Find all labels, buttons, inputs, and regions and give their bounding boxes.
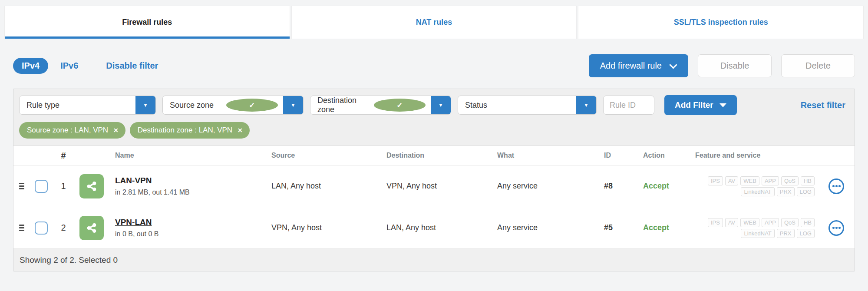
filter-chip-label: Destination zone : LAN, VPN (138, 126, 232, 135)
feature-badge: QoS (781, 218, 799, 227)
filter-chip-source-zone: Source zone : LAN, VPN ✕ (19, 122, 125, 139)
row-checkbox[interactable] (35, 180, 48, 193)
header-id: ID (600, 152, 634, 159)
feature-badge: WEB (740, 176, 759, 185)
tab-ssl-tls-inspection-rules[interactable]: SSL/TLS inspection rules (578, 6, 864, 39)
firewall-rules-table: # Name Source Destination What ID Action… (13, 146, 855, 271)
rule-destination: LAN, Any host (380, 223, 491, 232)
status-dropdown[interactable]: Status ▼ (458, 96, 597, 115)
header-destination: Destination (380, 152, 491, 159)
share-icon[interactable] (79, 216, 104, 240)
rule-source: VPN, Any host (265, 223, 380, 232)
delete-button[interactable]: Delete (781, 54, 855, 77)
firewall-rules-panel: Rule type ▼ Source zone ✓ ▼ Destination … (13, 89, 855, 271)
showing-summary: Showing 2 of 2. Selected 0 (20, 255, 118, 265)
rule-source: LAN, Any host (265, 182, 380, 191)
header-what: What (491, 152, 600, 159)
action-buttons: Add firewall rule Disable Delete (589, 54, 855, 77)
rule-traffic: in 0 B, out 0 B (115, 230, 265, 238)
status-label: Status (465, 101, 571, 110)
source-zone-chevron-down-icon[interactable]: ▼ (283, 96, 303, 114)
rule-action-status: Accept (643, 223, 669, 232)
drag-handle-icon[interactable] (19, 183, 24, 189)
rule-number: 2 (53, 223, 74, 233)
tab-nat-rules[interactable]: NAT rules (291, 6, 577, 39)
feature-badge: WEB (740, 218, 759, 227)
feature-badge: APP (762, 218, 779, 227)
ellipsis-menu-icon[interactable] (828, 220, 844, 236)
filter-chip-destination-zone: Destination zone : LAN, VPN ✕ (130, 122, 250, 139)
tab-bar: Firewall rules NAT rules SSL/TLS inspect… (4, 6, 864, 39)
table-footer: Showing 2 of 2. Selected 0 (13, 249, 855, 271)
feature-badge: PRX (777, 187, 795, 196)
rule-id: #8 (604, 182, 613, 190)
rule-action-status: Accept (643, 182, 669, 190)
feature-badge: IPS (708, 218, 723, 227)
header-source: Source (265, 152, 380, 159)
filter-applied-check-icon: ✓ (374, 99, 426, 112)
header-feature-and-service: Feature and service (686, 152, 818, 159)
add-filter-label: Add Filter (675, 100, 713, 110)
rule-number: 1 (53, 181, 74, 191)
tab-firewall-rules[interactable]: Firewall rules (4, 6, 290, 39)
feature-badge-line: IPSAVWEBAPPQoSHB (708, 176, 815, 185)
feature-badges: IPSAVWEBAPPQoSHB LinkedNATPRXLOG (695, 218, 815, 238)
close-icon[interactable]: ✕ (238, 127, 243, 134)
source-zone-dropdown[interactable]: Source zone ✓ ▼ (162, 96, 304, 115)
rule-type-dropdown[interactable]: Rule type ▼ (19, 96, 156, 115)
rule-destination: VPN, Any host (380, 182, 491, 191)
close-icon[interactable]: ✕ (113, 127, 119, 134)
table-row: 2 VPN-LAN in 0 B, out 0 B VPN, Any host (13, 207, 855, 249)
feature-badge: APP (762, 176, 779, 185)
feature-badge: LOG (797, 187, 815, 196)
rule-what: Any service (491, 223, 600, 232)
status-chevron-down-icon[interactable]: ▼ (576, 96, 596, 114)
destination-zone-dropdown[interactable]: Destination zone ✓ ▼ (310, 96, 451, 115)
ipv6-toggle[interactable]: IPv6 (60, 61, 78, 71)
filter-chip-label: Source zone : LAN, VPN (27, 126, 108, 135)
destination-zone-chevron-down-icon[interactable]: ▼ (431, 96, 451, 114)
add-firewall-rule-label: Add firewall rule (600, 61, 662, 71)
rule-type-chevron-down-icon[interactable]: ▼ (135, 96, 155, 114)
table-row: 1 LAN-VPN in 2.81 MB, out 1.41 MB LAN, A… (13, 165, 855, 207)
rule-name-link[interactable]: LAN-VPN (115, 176, 265, 185)
feature-badge: AV (725, 218, 738, 227)
header-name: Name (109, 152, 265, 159)
active-filter-chips: Source zone : LAN, VPN ✕ Destination zon… (13, 121, 855, 146)
header-action: Action (634, 152, 686, 159)
table-header-row: # Name Source Destination What ID Action… (13, 146, 855, 165)
chevron-down-icon (669, 61, 677, 69)
controls-row: IPv4 IPv6 Disable filter Add firewall ru… (13, 54, 855, 77)
rule-id-input[interactable] (603, 96, 654, 115)
reset-filter-link[interactable]: Reset filter (801, 100, 849, 110)
header-number: # (53, 151, 74, 161)
rule-what: Any service (491, 182, 600, 191)
destination-zone-label: Destination zone (317, 96, 370, 114)
disable-button[interactable]: Disable (698, 54, 772, 77)
row-checkbox[interactable] (35, 222, 48, 235)
feature-badge-line: LinkedNATPRXLOG (741, 187, 815, 196)
ipv4-toggle[interactable]: IPv4 (13, 58, 48, 74)
rule-type-label: Rule type (26, 101, 130, 110)
drag-handle-icon[interactable] (19, 225, 24, 231)
feature-badge: LinkedNAT (741, 229, 774, 238)
source-zone-label: Source zone (170, 101, 222, 110)
filter-row: Rule type ▼ Source zone ✓ ▼ Destination … (13, 89, 855, 121)
rule-name-link[interactable]: VPN-LAN (115, 218, 265, 227)
ellipsis-menu-icon[interactable] (828, 179, 844, 194)
share-icon[interactable] (79, 174, 104, 198)
add-firewall-rule-button[interactable]: Add firewall rule (589, 54, 688, 77)
feature-badges: IPSAVWEBAPPQoSHB LinkedNATPRXLOG (695, 176, 815, 196)
filter-applied-check-icon: ✓ (226, 99, 278, 112)
feature-badge-line: LinkedNATPRXLOG (741, 229, 815, 238)
chevron-down-icon (719, 103, 726, 107)
add-filter-button[interactable]: Add Filter (664, 95, 737, 115)
feature-badge: QoS (781, 176, 799, 185)
feature-badge: HB (801, 218, 815, 227)
feature-badge: AV (725, 176, 738, 185)
feature-badge: HB (801, 176, 815, 185)
rule-id: #5 (604, 223, 613, 232)
feature-badge: PRX (777, 229, 795, 238)
feature-badge: IPS (708, 176, 723, 185)
disable-filter-link[interactable]: Disable filter (106, 61, 158, 71)
